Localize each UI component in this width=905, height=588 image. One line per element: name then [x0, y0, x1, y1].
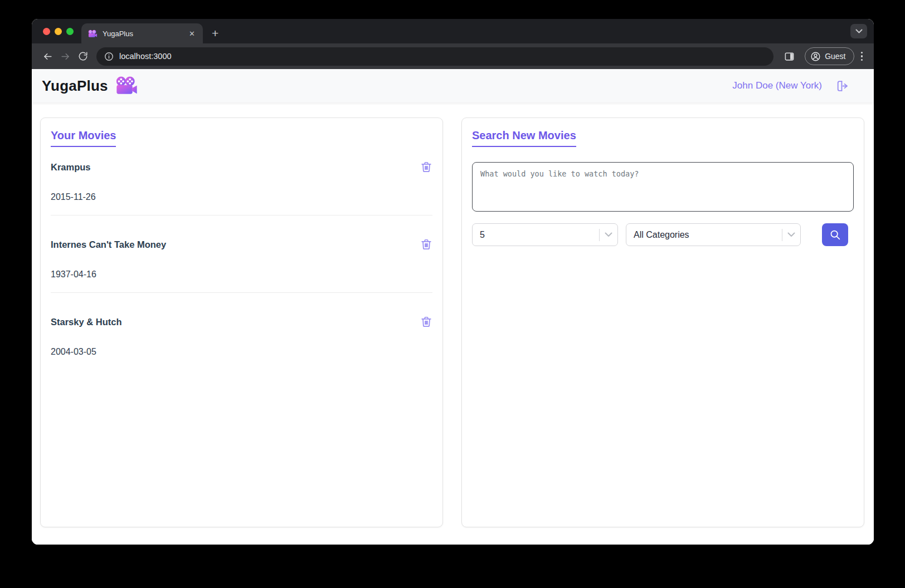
your-movies-panel: Your Movies Krampus [40, 117, 443, 527]
trash-icon [420, 316, 432, 328]
movie-title: Starsky & Hutch [51, 317, 121, 327]
search-controls: 5 All Categories [472, 223, 854, 246]
logout-icon [835, 79, 849, 93]
your-movies-heading: Your Movies [51, 129, 116, 147]
side-panel-icon [784, 51, 795, 62]
tab-search-chevron-button[interactable] [850, 24, 867, 38]
browser-toolbar: localhost:3000 Guest [32, 43, 874, 69]
select-divider [599, 229, 600, 241]
search-movies-panel: Search New Movies 5 All Categories [461, 117, 864, 527]
chevron-down-icon [787, 232, 795, 237]
brand: YugaPlus [42, 76, 138, 95]
results-count-select[interactable]: 5 [472, 223, 618, 246]
browser-menu-button[interactable] [857, 48, 868, 65]
delete-movie-button[interactable] [420, 316, 432, 330]
movie-camera-logo-icon [115, 76, 138, 95]
movies-list: Krampus 2015-11-26 [51, 162, 432, 357]
window-controls [32, 19, 81, 43]
logout-button[interactable] [835, 79, 849, 93]
category-select[interactable]: All Categories [626, 223, 801, 246]
search-button[interactable] [822, 223, 848, 246]
close-window-button[interactable] [43, 28, 50, 35]
app-page: YugaPlus John Doe (New York [32, 69, 874, 545]
side-panel-button[interactable] [780, 47, 798, 65]
movie-release-date: 2004-03-05 [51, 347, 432, 357]
guest-avatar-icon [810, 51, 821, 62]
tab-title: YugaPlus [103, 30, 187, 38]
movie-list-item: Internes Can't Take Money 1937-04-16 [51, 239, 432, 293]
reload-button[interactable] [74, 47, 92, 65]
category-value: All Categories [634, 230, 782, 240]
movie-camera-favicon [88, 30, 98, 38]
url-text[interactable]: localhost:3000 [119, 52, 172, 61]
zoom-window-button[interactable] [66, 28, 74, 35]
movie-list-item: Starsky & Hutch 2004-03-05 [51, 317, 432, 357]
forward-arrow-icon [60, 51, 71, 62]
back-button[interactable] [38, 47, 56, 65]
delete-movie-button[interactable] [420, 161, 432, 175]
movie-list-item: Krampus 2015-11-26 [51, 162, 432, 215]
movie-title: Krampus [51, 162, 91, 173]
main-content: Your Movies Krampus [32, 102, 874, 545]
trash-icon [420, 238, 432, 251]
back-arrow-icon [42, 51, 53, 62]
movie-title: Internes Can't Take Money [51, 239, 166, 250]
app-title: YugaPlus [42, 77, 108, 95]
app-header: YugaPlus John Doe (New York [32, 69, 874, 102]
guest-label: Guest [825, 52, 845, 61]
trash-icon [420, 161, 432, 173]
chevron-down-icon [605, 232, 612, 237]
movie-release-date: 2015-11-26 [51, 192, 432, 202]
reload-icon [78, 51, 88, 61]
site-info-icon[interactable] [104, 52, 114, 61]
minimize-window-button[interactable] [55, 28, 62, 35]
browser-tab[interactable]: YugaPlus ✕ [81, 23, 203, 43]
browser-window: YugaPlus ✕ + localhost:3000 [32, 19, 874, 545]
delete-movie-button[interactable] [420, 238, 432, 252]
search-input[interactable] [472, 162, 854, 212]
profile-button[interactable]: Guest [805, 47, 854, 65]
tab-strip: YugaPlus ✕ + [32, 19, 874, 43]
tab-close-icon[interactable]: ✕ [187, 28, 197, 39]
results-count-value: 5 [480, 230, 599, 240]
user-area: John Doe (New York) [732, 79, 849, 93]
search-movies-heading: Search New Movies [472, 129, 576, 147]
forward-button[interactable] [56, 47, 74, 65]
movie-release-date: 1937-04-16 [51, 270, 432, 280]
search-icon [829, 229, 841, 241]
user-name: John Doe (New York) [732, 80, 822, 91]
address-bar[interactable]: localhost:3000 [96, 47, 773, 66]
new-tab-button[interactable]: + [208, 27, 222, 39]
select-divider [782, 229, 782, 241]
chevron-down-icon [855, 29, 863, 33]
